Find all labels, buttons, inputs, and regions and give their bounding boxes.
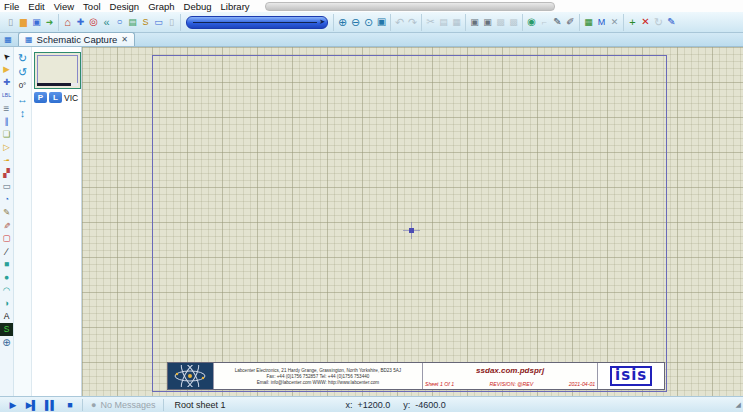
- overview-preview[interactable]: [34, 52, 81, 89]
- tab-label: Schematic Capture: [37, 34, 118, 45]
- line-2d-icon[interactable]: ∕: [0, 245, 13, 258]
- symbol-2d-icon[interactable]: S: [0, 323, 13, 336]
- orientation-toolbar: ↻↺ 0° ↔↕: [14, 47, 32, 396]
- goto-sheet-icon[interactable]: ↻: [652, 15, 665, 29]
- pan-icon[interactable]: ✚: [74, 15, 87, 29]
- open-design-icon[interactable]: ▆: [17, 15, 30, 29]
- device-list[interactable]: [34, 106, 79, 394]
- new-design-icon[interactable]: ▯: [4, 15, 17, 29]
- menu-graph[interactable]: Graph: [148, 1, 174, 12]
- current-probe-icon[interactable]: ✎: [0, 219, 13, 232]
- text-2d-icon[interactable]: A: [0, 310, 13, 323]
- pick-parts-globe-icon[interactable]: ◉: [525, 15, 538, 29]
- graph-mode-icon[interactable]: ▞: [0, 167, 13, 180]
- virtual-instrument-icon[interactable]: ▢: [0, 232, 13, 245]
- edit-pencil-icon[interactable]: ✎: [551, 15, 564, 29]
- view-toolbar-group: ⌂✚◎«○▤S▭▯: [59, 14, 181, 31]
- tab-close-icon[interactable]: ✕: [121, 35, 128, 44]
- project-filename: ssdax.com.pdsprj: [423, 366, 597, 375]
- new-sheet-icon[interactable]: +: [626, 15, 639, 29]
- block-copy-icon[interactable]: ▣: [468, 15, 481, 29]
- redo-icon[interactable]: ↷: [406, 15, 419, 29]
- search-icon[interactable]: ○: [113, 15, 126, 29]
- mirror-horizontal-icon[interactable]: ↔: [15, 92, 30, 106]
- mirror-vertical-icon[interactable]: ↕: [15, 106, 30, 120]
- menu-library[interactable]: Library: [221, 1, 250, 12]
- bus-icon[interactable]: ∥: [0, 115, 13, 128]
- netlist-transfer-icon[interactable]: ✕: [608, 15, 621, 29]
- blank-page-icon[interactable]: ▯: [165, 15, 178, 29]
- pause-button[interactable]: ▌▌: [42, 399, 59, 411]
- marker-2d-icon[interactable]: ⊕: [0, 336, 13, 349]
- y-label: y:: [403, 400, 410, 410]
- library-browse-icon[interactable]: ▤: [126, 15, 139, 29]
- origin-marker: [403, 222, 420, 239]
- zoom-all-icon[interactable]: ⊙: [362, 15, 375, 29]
- library-manager-button[interactable]: L: [49, 92, 62, 103]
- generator-icon[interactable]: ◔: [0, 193, 13, 206]
- menu-view[interactable]: View: [54, 1, 74, 12]
- rotate-clockwise-icon[interactable]: ↻: [15, 51, 30, 65]
- step-button[interactable]: ▶▌: [23, 399, 40, 411]
- design-explorer-icon[interactable]: M: [595, 15, 608, 29]
- tab-schematic-capture[interactable]: ▦ Schematic Capture ✕: [18, 32, 135, 46]
- sheet-border: Labcenter Electronics, 21 Hardy Grange, …: [152, 55, 667, 392]
- copy-icon[interactable]: ▤: [437, 15, 450, 29]
- menu-debug[interactable]: Debug: [184, 1, 212, 12]
- zoom-out-icon[interactable]: ⊖: [349, 15, 362, 29]
- block-move-icon[interactable]: ▣: [481, 15, 494, 29]
- cut-icon[interactable]: ✂: [424, 15, 437, 29]
- menu-file[interactable]: File: [4, 1, 19, 12]
- zoom-in-icon[interactable]: ⊕: [336, 15, 349, 29]
- voltage-probe-icon[interactable]: ✎: [0, 206, 13, 219]
- menu-design[interactable]: Design: [110, 1, 140, 12]
- zoom-area-icon[interactable]: ▣: [375, 15, 388, 29]
- hammer-icon[interactable]: ✐: [564, 15, 577, 29]
- company-address: Labcenter Electronics, 21 Hardy Grange, …: [214, 363, 423, 389]
- menu-edit[interactable]: Edit: [28, 1, 44, 12]
- block-delete-icon[interactable]: ▩: [507, 15, 520, 29]
- stop-button[interactable]: ■: [61, 399, 78, 411]
- device-pin-icon[interactable]: ╼: [0, 154, 13, 167]
- paste-icon[interactable]: ▦: [450, 15, 463, 29]
- import-section-icon[interactable]: ➜: [43, 15, 56, 29]
- message-area[interactable]: ● No Messages: [83, 399, 164, 411]
- edit-notes-icon[interactable]: ✎: [665, 15, 678, 29]
- goto-view-icon[interactable]: «: [100, 15, 113, 29]
- box-2d-icon[interactable]: ■: [0, 258, 13, 271]
- zoom-slider[interactable]: ➤: [186, 16, 328, 29]
- remove-sheet-icon[interactable]: ✕: [639, 15, 652, 29]
- save-design-icon[interactable]: ▣: [30, 15, 43, 29]
- status-bar: ▶▶▌▌▌■ ● No Messages Root sheet 1 x: +12…: [0, 396, 743, 412]
- block-rotate-icon[interactable]: ▩: [494, 15, 507, 29]
- script-document-icon[interactable]: S: [139, 15, 152, 29]
- window-title-bar-artifact: [265, 2, 555, 11]
- isis-logo-text: isis: [610, 366, 652, 386]
- pick-devices-button[interactable]: P: [34, 92, 47, 103]
- wire-label-icon[interactable]: LBL: [0, 89, 13, 102]
- home-icon[interactable]: ⌂: [61, 15, 74, 29]
- play-button[interactable]: ▶: [4, 399, 21, 411]
- text-script-icon[interactable]: ≡: [0, 102, 13, 115]
- notes-card-icon[interactable]: ▭: [152, 15, 165, 29]
- path-2d-icon[interactable]: ◑: [0, 297, 13, 310]
- block-toolbar-group: ▣▣▩▩: [466, 14, 523, 31]
- junction-dot-icon[interactable]: ✚: [0, 76, 13, 89]
- subcircuit-icon[interactable]: ❏: [0, 128, 13, 141]
- property-assignment-icon[interactable]: ▦: [582, 15, 595, 29]
- main-toolbar: ▯▆▣➜ ⌂✚◎«○▤S▭▯ ➤ ⊕⊖⊙▣ ↶↷ ✂▤▦ ▣▣▩▩ ◉⌐✎✐ ▦…: [0, 12, 743, 33]
- schematic-canvas[interactable]: Labcenter Electronics, 21 Hardy Grange, …: [82, 47, 743, 396]
- undo-icon[interactable]: ↶: [393, 15, 406, 29]
- terminal-icon[interactable]: ▷: [0, 141, 13, 154]
- arc-2d-icon[interactable]: ◠: [0, 284, 13, 297]
- tape-recorder-icon[interactable]: ▭: [0, 180, 13, 193]
- title-block: Labcenter Electronics, 21 Hardy Grange, …: [167, 362, 665, 390]
- y-value: -4600.0: [415, 400, 446, 410]
- resize-grip[interactable]: ◢: [736, 401, 741, 409]
- wrench-icon[interactable]: ⌐: [538, 15, 551, 29]
- circle-2d-icon[interactable]: ●: [0, 271, 13, 284]
- center-origin-icon[interactable]: ◎: [87, 15, 100, 29]
- rotate-anticlockwise-icon[interactable]: ↺: [15, 65, 30, 79]
- design-toolbar-group: ▦M✕: [580, 14, 624, 31]
- menu-tool[interactable]: Tool: [83, 1, 100, 12]
